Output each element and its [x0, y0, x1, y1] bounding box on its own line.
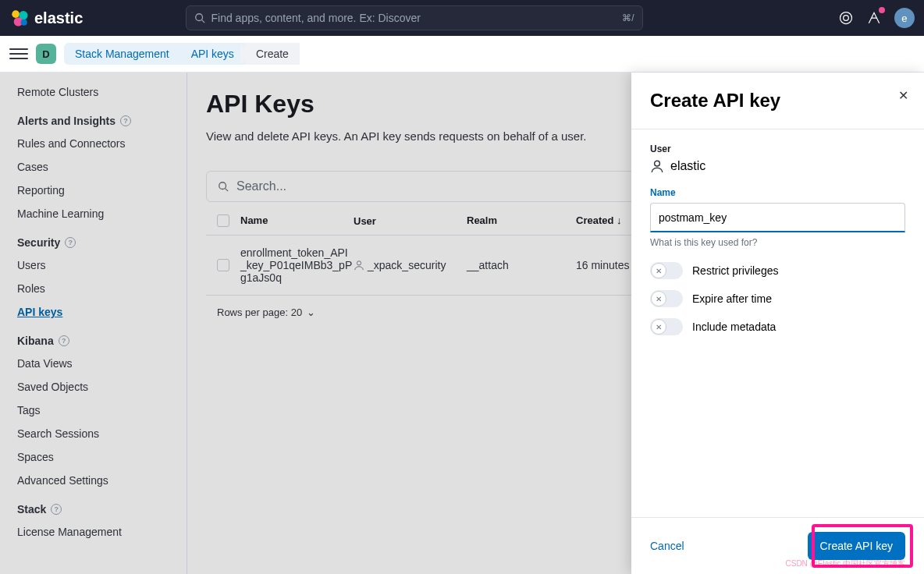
flyout-header: Create API key ✕ [631, 73, 924, 129]
restrict-privileges-label: Restrict privileges [692, 264, 778, 277]
search-shortcut: ⌘/ [622, 12, 634, 23]
svg-point-3 [21, 19, 27, 26]
expire-after-time-label: Expire after time [692, 292, 772, 305]
expire-after-time-toggle-row: ✕ Expire after time [650, 290, 905, 307]
svg-point-4 [195, 14, 202, 21]
svg-point-11 [655, 161, 660, 166]
user-icon [650, 159, 664, 173]
user-value-row: elastic [650, 159, 905, 173]
breadcrumb-stack-management[interactable]: Stack Management [64, 43, 180, 65]
breadcrumb: Stack Management API keys Create [64, 43, 300, 65]
breadcrumb-bar: D Stack Management API keys Create [0, 36, 924, 73]
page-content: Remote Clusters Alerts and Insights? Rul… [0, 73, 924, 574]
global-search[interactable]: Find apps, content, and more. Ex: Discov… [186, 5, 643, 30]
newsfeed-icon[interactable] [838, 10, 854, 26]
brand-name: elastic [34, 9, 83, 27]
user-value: elastic [670, 159, 705, 173]
svg-line-5 [201, 20, 204, 23]
create-api-key-flyout: Create API key ✕ User elastic Name What … [631, 73, 924, 574]
elastic-logo[interactable]: elastic [9, 8, 83, 28]
close-flyout-button[interactable]: ✕ [898, 88, 908, 103]
cancel-button[interactable]: Cancel [650, 540, 684, 552]
flyout-title: Create API key [650, 90, 905, 112]
restrict-privileges-toggle[interactable]: ✕ [650, 262, 683, 279]
name-help-text: What is this key used for? [650, 237, 905, 248]
breadcrumb-api-keys[interactable]: API keys [180, 43, 245, 65]
name-label: Name [650, 187, 905, 198]
flyout-body: User elastic Name What is this key used … [631, 129, 924, 517]
expire-after-time-toggle[interactable]: ✕ [650, 290, 683, 307]
svg-point-6 [840, 12, 851, 24]
nav-toggle-button[interactable] [9, 44, 28, 63]
create-api-key-button[interactable]: Create API key [808, 532, 905, 560]
elastic-logo-icon [9, 8, 30, 28]
user-avatar[interactable]: e [894, 8, 915, 28]
setup-guide-button[interactable] [866, 10, 882, 26]
include-metadata-toggle-row: ✕ Include metadata [650, 318, 905, 335]
breadcrumb-create: Create [245, 43, 300, 65]
global-header: elastic Find apps, content, and more. Ex… [0, 0, 924, 36]
name-input[interactable] [650, 203, 905, 232]
search-icon [194, 12, 205, 23]
svg-point-7 [844, 16, 849, 21]
space-selector[interactable]: D [36, 44, 56, 64]
include-metadata-label: Include metadata [692, 321, 776, 333]
search-placeholder: Find apps, content, and more. Ex: Discov… [211, 12, 623, 24]
header-right: e [838, 8, 915, 28]
include-metadata-toggle[interactable]: ✕ [650, 318, 683, 335]
watermark-text: CSDN @Elastic 中国社区官方博客 [786, 558, 906, 569]
restrict-privileges-toggle-row: ✕ Restrict privileges [650, 262, 905, 279]
user-label: User [650, 144, 905, 154]
notification-dot-icon [879, 7, 885, 13]
svg-point-0 [12, 10, 20, 18]
